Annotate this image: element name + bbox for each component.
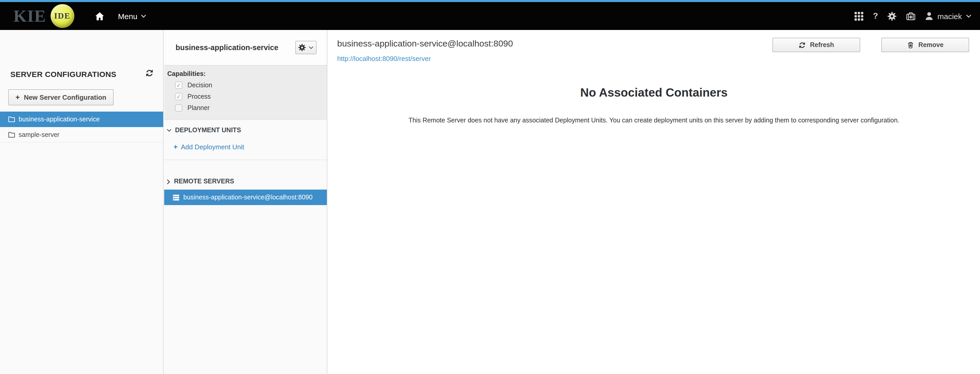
- deployment-units-header-label: DEPLOYMENT UNITS: [175, 127, 241, 134]
- server-config-item-business-application-service[interactable]: business-application-service: [0, 111, 163, 127]
- folder-icon: [8, 132, 15, 138]
- settings-gear-icon[interactable]: [888, 12, 897, 21]
- menu-label: Menu: [118, 12, 137, 21]
- capability-row-decision: ✓ Decision: [175, 81, 327, 89]
- server-configuration-list: business-application-service sample-serv…: [0, 111, 163, 143]
- configuration-title: business-application-service: [175, 43, 278, 52]
- capability-row-planner: ✓ Planner: [175, 104, 327, 112]
- server-config-label: business-application-service: [19, 115, 100, 123]
- detail-action-buttons: Refresh Remove: [772, 38, 969, 52]
- panel-title: SERVER CONFIGURATIONS: [10, 70, 116, 78]
- server-configurations-header: SERVER CONFIGURATIONS: [0, 30, 163, 79]
- empty-state: No Associated Containers This Remote Ser…: [328, 85, 980, 124]
- capability-label: Planner: [188, 104, 210, 111]
- home-icon: [95, 12, 104, 21]
- capability-label: Process: [188, 93, 211, 100]
- chevron-down-icon: [141, 14, 146, 18]
- new-server-configuration-button[interactable]: + New Server Configuration: [8, 89, 114, 105]
- remote-server-label: business-application-service@localhost:8…: [183, 194, 313, 201]
- check-icon: ✓: [176, 94, 181, 100]
- chevron-down-icon: [167, 129, 172, 132]
- refresh-icon[interactable]: [146, 69, 153, 77]
- kie-logo-text: KIE: [13, 6, 46, 25]
- server-configurations-panel: SERVER CONFIGURATIONS + New Server Confi…: [0, 30, 164, 374]
- menu-dropdown[interactable]: Menu: [118, 12, 146, 21]
- medkit-icon[interactable]: [907, 12, 916, 21]
- remote-servers-header-label: REMOTE SERVERS: [174, 178, 234, 185]
- application-window: KIE IDE Menu ?: [0, 0, 980, 374]
- empty-state-message: This Remote Server does not have any ass…: [328, 116, 980, 124]
- remove-button[interactable]: Remove: [881, 38, 969, 52]
- server-icon: [172, 194, 180, 201]
- plus-icon: +: [16, 94, 20, 101]
- chevron-down-icon: [966, 14, 971, 18]
- deployment-units-section: DEPLOYMENT UNITS + Add Deployment Unit: [164, 120, 327, 160]
- remote-server-url-link[interactable]: http://localhost:8090/rest/server: [337, 55, 980, 62]
- refresh-button[interactable]: Refresh: [772, 38, 860, 52]
- remote-servers-toggle[interactable]: REMOTE SERVERS: [167, 178, 327, 185]
- apps-grid-icon[interactable]: [854, 12, 863, 21]
- ide-logo-badge: IDE: [50, 4, 74, 28]
- folder-icon: [8, 116, 15, 122]
- user-menu[interactable]: maciek: [926, 12, 971, 21]
- ide-logo-text: IDE: [54, 11, 70, 21]
- gear-icon: [298, 44, 305, 51]
- checkbox-planner[interactable]: ✓: [175, 104, 182, 111]
- user-icon: [926, 12, 933, 20]
- server-configuration-detail-panel: business-application-service: [164, 30, 327, 374]
- home-button[interactable]: [95, 12, 104, 21]
- checkbox-decision[interactable]: ✓: [175, 82, 182, 89]
- empty-state-title: No Associated Containers: [328, 85, 980, 100]
- capabilities-label: Capabilities:: [167, 70, 327, 78]
- checkbox-process[interactable]: ✓: [175, 93, 182, 100]
- server-config-item-sample-server[interactable]: sample-server: [0, 127, 163, 143]
- capabilities-section: Capabilities: ✓ Decision ✓ Process ✓ Pla…: [164, 65, 327, 120]
- capability-row-process: ✓ Process: [175, 92, 327, 101]
- chevron-down-icon: [309, 46, 313, 49]
- remove-button-label: Remove: [918, 41, 943, 49]
- plus-icon: +: [173, 143, 178, 150]
- kie-ide-logo: KIE IDE: [13, 4, 74, 28]
- check-icon: ✓: [176, 82, 181, 88]
- capability-label: Decision: [188, 82, 212, 89]
- remote-server-item-selected[interactable]: business-application-service@localhost:8…: [164, 189, 327, 205]
- user-name-label: maciek: [937, 12, 962, 21]
- refresh-button-label: Refresh: [810, 41, 834, 49]
- chevron-right-icon: [167, 179, 170, 184]
- add-deployment-unit-label: Add Deployment Unit: [181, 143, 244, 151]
- navbar-utility-area: ?: [854, 11, 980, 21]
- deployment-units-toggle[interactable]: DEPLOYMENT UNITS: [167, 127, 327, 134]
- server-config-label: sample-server: [19, 131, 59, 138]
- new-server-configuration-label: New Server Configuration: [24, 94, 106, 101]
- refresh-icon: [799, 41, 805, 48]
- remote-server-detail: business-application-service@localhost:8…: [328, 30, 980, 374]
- add-deployment-unit-link[interactable]: + Add Deployment Unit: [173, 143, 244, 151]
- top-navbar: KIE IDE Menu ?: [0, 0, 980, 30]
- trash-icon: [907, 41, 914, 49]
- detail-panel-header: business-application-service: [164, 30, 327, 65]
- help-icon[interactable]: ?: [873, 11, 878, 21]
- configuration-actions-dropdown[interactable]: [295, 41, 317, 54]
